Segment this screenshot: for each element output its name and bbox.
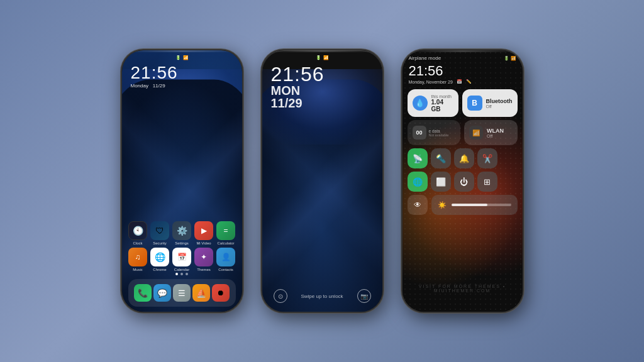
status-icons-phone1: 🔋📶 <box>175 55 189 60</box>
app-grid: 🕙 Clock 🛡 Security ⚙️ Settings ▶ Mi Vide… <box>127 221 237 274</box>
toggle-green-1[interactable]: 📡 <box>408 148 428 168</box>
time-phone1: 21:56 <box>131 64 178 82</box>
app-themes[interactable]: ✦ Themes <box>193 248 214 272</box>
brightness-slider[interactable] <box>452 204 511 206</box>
dock-app2[interactable]: ⏺ <box>212 284 230 302</box>
app-icon-calendar: 📅 <box>172 248 191 266</box>
lock-time: 21:56 <box>271 64 325 84</box>
quick-toggles-row2: 🌐 ⬜ ⏻ ⊞ <box>408 172 518 192</box>
tiles-row-2: 00 e data Not available 📶 WLAN Off <box>408 120 518 145</box>
data-value: 1.04 GB <box>431 99 453 112</box>
data-tile-text: this month 1.04 GB <box>431 94 453 112</box>
bluetooth-tile[interactable]: B Bluetooth Off <box>462 89 518 117</box>
dot-3 <box>186 273 188 275</box>
app-label-clock: Clock <box>133 241 142 245</box>
toggle-extra[interactable]: ⊞ <box>477 172 497 192</box>
lock-date-line1: MON <box>271 84 325 97</box>
app-clock[interactable]: 🕙 Clock <box>127 221 148 245</box>
dock-app1[interactable]: ⛵ <box>192 284 210 302</box>
status-icons-phone2: 🔋📶 <box>316 55 329 60</box>
data-usage-tile[interactable]: 💧 this month 1.04 GB <box>408 89 458 117</box>
date-phone1: Monday 11/29 <box>131 83 178 89</box>
app-mivideo[interactable]: ▶ Mi Video <box>193 221 214 245</box>
edata-text: e data Not available <box>429 129 449 137</box>
ctrl-date-text: Monday, November 29 <box>409 80 453 84</box>
watermark: VISIT FOR MORE THEMES • MIUITHEMER.COM <box>402 284 523 293</box>
dot-1 <box>175 273 178 275</box>
brightness-icon: ☀️ <box>438 201 447 209</box>
dock-messages[interactable]: 💬 <box>153 284 171 302</box>
bluetooth-icon: B <box>467 96 482 111</box>
app-label-contacts: Contacts <box>218 268 233 272</box>
app-label-calculator: Calculator <box>217 241 234 245</box>
app-icon-themes: ✦ <box>194 248 213 266</box>
data-label: this month <box>431 94 453 99</box>
app-row-2: ♫ Music 🌐 Chrome 📅 Calendar ✦ Themes 👤 <box>127 248 237 272</box>
app-icon-music: ♫ <box>128 248 147 266</box>
app-label-mivideo: Mi Video <box>196 241 211 245</box>
ctrl-status-icons: 🔋📶 <box>504 56 516 61</box>
app-row-1: 🕙 Clock 🛡 Security ⚙️ Settings ▶ Mi Vide… <box>127 221 237 245</box>
camera-icon[interactable]: 📷 <box>357 289 371 303</box>
bt-tile-text: Bluetooth Off <box>486 98 513 109</box>
app-label-themes: Themes <box>197 268 211 272</box>
dock-bar: 📞 💬 ☰ ⛵ ⏺ <box>128 279 236 307</box>
app-icon-settings: ⚙️ <box>172 221 191 240</box>
quick-toggles-row1: 📡 🔦 🔔 ✂️ <box>408 148 518 168</box>
app-icon-security: 🛡 <box>150 221 169 240</box>
tiles-row-1: 💧 this month 1.04 GB B Bluetooth Off <box>408 89 518 117</box>
edata-label: e data <box>429 129 449 133</box>
wlan-text: WLAN Off <box>487 128 504 138</box>
ctrl-calendar-icon: 📅 <box>457 79 462 84</box>
toggle-sound[interactable]: 🔔 <box>454 148 474 168</box>
app-chrome[interactable]: 🌐 Chrome <box>149 248 170 272</box>
ctrl-date-line: Monday, November 29 📅 ✏️ <box>409 79 472 84</box>
status-bar-phone2: 🔋📶 <box>262 55 382 60</box>
edata-status: Not available <box>429 133 449 137</box>
data-icon: 💧 <box>413 96 428 111</box>
time-display-phone1: 21:56 Monday 11/29 <box>131 64 178 89</box>
edata-icon: 00 <box>413 126 426 140</box>
app-contacts[interactable]: 👤 Contacts <box>215 248 236 272</box>
phone-lock-screen: 🔋📶 21:56 MON 11/29 ⊙ Swipe up to unlock … <box>261 49 384 313</box>
toggle-scissors[interactable]: ✂️ <box>477 148 497 168</box>
control-time-display: 21:56 Monday, November 29 📅 ✏️ <box>409 63 472 84</box>
lock-time-display: 21:56 MON 11/29 <box>271 64 325 109</box>
dock-phone[interactable]: 📞 <box>134 284 152 302</box>
control-header: Airplane mode 🔋📶 <box>409 55 516 61</box>
toggle-square[interactable]: ⬜ <box>431 172 451 192</box>
phone-control-center: Airplane mode 🔋📶 21:56 Monday, November … <box>401 49 524 313</box>
ctrl-edit-icon: ✏️ <box>466 79 472 84</box>
lock-date-line2: 11/29 <box>271 97 325 109</box>
phones-container: 🔋📶 21:56 Monday 11/29 🕙 Clock 🛡 Security <box>121 49 524 313</box>
app-label-chrome: Chrome <box>153 268 166 272</box>
tiles-row-brightness: 👁 ☀️ <box>408 195 518 215</box>
eye-protection-tile[interactable]: 👁 <box>408 195 428 215</box>
bluetooth-label: Bluetooth <box>486 98 513 104</box>
app-music[interactable]: ♫ Music <box>127 248 148 272</box>
app-icon-mivideo: ▶ <box>194 221 213 240</box>
status-bar-phone1: 🔋📶 <box>122 55 242 60</box>
swipe-unlock-text: Swipe up to unlock <box>301 293 343 299</box>
toggle-green-2[interactable]: 🌐 <box>408 172 428 192</box>
edata-tile[interactable]: 00 e data Not available <box>408 120 461 145</box>
bluetooth-status: Off <box>486 104 513 109</box>
brightness-tile[interactable]: ☀️ <box>431 195 518 215</box>
dock-menu[interactable]: ☰ <box>173 284 191 302</box>
toggle-flashlight[interactable]: 🔦 <box>431 148 451 168</box>
app-security[interactable]: 🛡 Security <box>149 221 170 245</box>
app-settings[interactable]: ⚙️ Settings <box>171 221 192 245</box>
control-tiles: 💧 this month 1.04 GB B Bluetooth Off <box>408 89 518 218</box>
app-calendar[interactable]: 📅 Calendar <box>171 248 192 272</box>
brightness-fill <box>452 204 487 206</box>
toggle-power[interactable]: ⏻ <box>454 172 474 192</box>
wlan-tile[interactable]: 📶 WLAN Off <box>464 120 518 145</box>
page-dots <box>122 273 242 275</box>
app-calculator[interactable]: = Calculator <box>215 221 236 245</box>
app-label-music: Music <box>133 268 143 272</box>
lock-bottom-bar: ⊙ Swipe up to unlock 📷 <box>262 289 382 303</box>
wlan-label: WLAN <box>487 128 504 134</box>
fingerprint-icon[interactable]: ⊙ <box>274 289 287 303</box>
wlan-icon: 📶 <box>469 126 483 140</box>
app-label-calendar: Calendar <box>174 268 189 272</box>
